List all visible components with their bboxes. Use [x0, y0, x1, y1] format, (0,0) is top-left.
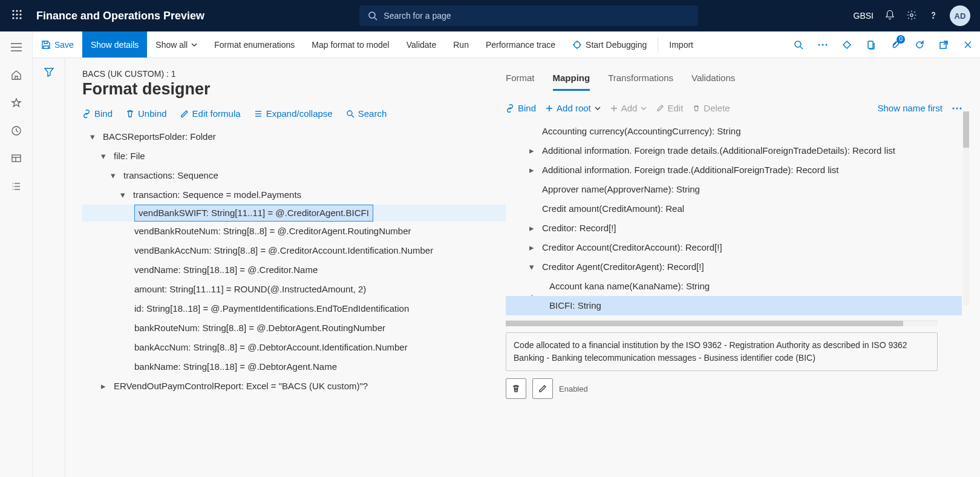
map-node[interactable]: ▸Additional information. Foreign trade d…	[506, 141, 962, 160]
tree-node[interactable]: vendBankAccNum: String[8..8] = @.Credito…	[82, 241, 506, 260]
svg-point-3	[12, 13, 14, 15]
tab-validations[interactable]: Validations	[691, 69, 735, 91]
refresh-icon[interactable]	[907, 31, 932, 58]
vertical-scrollbar[interactable]	[963, 111, 969, 305]
svg-point-14	[795, 41, 801, 47]
star-icon[interactable]	[9, 96, 24, 110]
delete-detail-button[interactable]	[506, 378, 526, 399]
home-icon[interactable]	[9, 68, 24, 82]
user-avatar[interactable]: AD	[950, 5, 970, 26]
company-selector[interactable]: GBSI	[854, 11, 874, 21]
validate-button[interactable]: Validate	[398, 31, 445, 58]
modules-icon[interactable]	[9, 179, 24, 194]
edit-formula-button[interactable]: Edit formula	[180, 108, 241, 119]
map-node[interactable]: ▾Creditor Agent(CreditorAgent): Record[!…	[506, 257, 962, 277]
add-button: Add	[610, 103, 647, 113]
start-debugging-button[interactable]: Start Debugging	[564, 31, 655, 58]
tree-node[interactable]: vendName: String[18..18] = @.Creditor.Na…	[82, 260, 506, 280]
tree-node[interactable]: bankAccNum: String[8..8] = @.DebtorAccou…	[82, 338, 506, 357]
map-node[interactable]: ▸Additional information. Foreign trade.(…	[506, 160, 962, 180]
collapse-icon[interactable]: ▾	[119, 185, 127, 205]
expand-icon[interactable]: ▸	[528, 141, 536, 160]
tree-node-selected[interactable]: vendBankSWIFT: String[11..11] = @.Credit…	[82, 205, 506, 222]
scrollbar-thumb[interactable]	[963, 111, 969, 148]
tree-node[interactable]: id: String[18..18] = @.PaymentIdentifica…	[82, 299, 506, 318]
svg-point-2	[19, 10, 21, 12]
svg-point-1	[16, 10, 18, 12]
tree-node[interactable]: amount: String[11..11] = ROUND(@.Instruc…	[82, 280, 506, 299]
right-tabs: Format Mapping Transformations Validatio…	[506, 69, 962, 91]
collapse-icon[interactable]: ▾	[88, 127, 97, 146]
tree-node[interactable]: bankRouteNum: String[8..8] = @.DebtorAge…	[82, 318, 506, 338]
trash-icon	[512, 384, 520, 393]
collapse-icon[interactable]: ▾	[99, 146, 108, 166]
save-button[interactable]: Save	[33, 31, 82, 58]
attach-icon[interactable]: 0	[883, 31, 907, 58]
map-node[interactable]: ▸Creditor: Record[!]	[506, 219, 962, 238]
action-bar: Save Show details Show all Format enumer…	[0, 31, 980, 58]
search-action-icon[interactable]	[786, 31, 811, 58]
popout-icon[interactable]	[932, 31, 956, 58]
collapse-icon[interactable]: ▾	[528, 257, 536, 277]
tree-search-button[interactable]: Search	[346, 108, 387, 119]
tree-node[interactable]: vendBankRouteNum: String[8..8] = @.Credi…	[82, 222, 506, 241]
tree-node[interactable]: ▸ERVendOutPaymControlReport: Excel = "BA…	[82, 377, 506, 396]
chevron-down-icon	[191, 42, 197, 48]
global-search[interactable]: Search for a page	[359, 5, 698, 26]
page-icon[interactable]	[859, 31, 883, 58]
import-button[interactable]: Import	[661, 31, 702, 58]
filter-icon[interactable]	[44, 67, 54, 477]
scrollbar-thumb[interactable]	[506, 321, 903, 326]
list-icon	[254, 110, 263, 118]
show-all-button[interactable]: Show all	[147, 31, 206, 58]
edit-detail-button[interactable]	[532, 378, 553, 399]
close-icon[interactable]	[956, 31, 980, 58]
detail-button-row: Enabled	[506, 378, 962, 399]
expand-collapse-button[interactable]: Expand/collapse	[254, 108, 333, 119]
diamond-icon[interactable]	[835, 31, 859, 58]
hamburger-icon[interactable]	[9, 40, 24, 54]
map-node[interactable]: Account kana name(KanaName): String	[506, 277, 962, 296]
map-node-selected[interactable]: BICFI: String	[506, 296, 962, 315]
performance-trace-button[interactable]: Performance trace	[477, 31, 564, 58]
workspace-icon[interactable]	[9, 151, 24, 166]
gear-icon[interactable]	[906, 10, 917, 22]
more-icon[interactable]	[811, 31, 835, 58]
map-bind-button[interactable]: Bind	[506, 103, 536, 113]
attach-badge: 0	[897, 35, 905, 44]
tree-node[interactable]: ▾file: File	[82, 146, 506, 166]
expand-icon[interactable]: ▸	[528, 238, 536, 257]
collapse-icon[interactable]: ▾	[109, 166, 117, 185]
show-name-first-button[interactable]: Show name first	[877, 103, 942, 113]
clock-icon[interactable]	[9, 123, 24, 138]
tree-node[interactable]: ▾transaction: Sequence = model.Payments	[82, 185, 506, 205]
tree-node[interactable]: ▾transactions: Sequence	[82, 166, 506, 185]
separator	[658, 38, 658, 51]
unbind-button[interactable]: Unbind	[126, 108, 167, 119]
bind-button[interactable]: Bind	[82, 108, 113, 119]
format-enumerations-button[interactable]: Format enumerations	[206, 31, 303, 58]
bell-icon[interactable]	[884, 10, 895, 22]
map-node[interactable]: Accounting currency(AccountingCurrency):…	[506, 122, 962, 141]
svg-point-6	[12, 17, 14, 19]
tab-transformations[interactable]: Transformations	[608, 69, 673, 91]
horizontal-scrollbar[interactable]	[506, 320, 938, 326]
map-format-button[interactable]: Map format to model	[303, 31, 397, 58]
tree-node[interactable]: ▾BACSReportsFolder: Folder	[82, 127, 506, 146]
expand-icon[interactable]: ▸	[528, 160, 536, 180]
map-node[interactable]: ▸Creditor Account(CreditorAccount): Reco…	[506, 238, 962, 257]
waffle-icon[interactable]	[5, 9, 29, 23]
run-button[interactable]: Run	[445, 31, 477, 58]
show-details-button[interactable]: Show details	[82, 31, 147, 58]
help-icon[interactable]	[928, 10, 939, 22]
map-node[interactable]: Credit amount(CreditAmount): Real	[506, 199, 962, 219]
tree-node[interactable]: bankName: String[18..18] = @.DebtorAgent…	[82, 357, 506, 377]
map-node[interactable]: Approver name(ApproverName): String	[506, 180, 962, 199]
expand-icon[interactable]: ▸	[99, 377, 108, 396]
search-icon	[368, 11, 377, 21]
tab-format[interactable]: Format	[506, 69, 535, 91]
expand-icon[interactable]: ▸	[528, 219, 536, 238]
right-more-icon[interactable]	[952, 107, 962, 110]
add-root-button[interactable]: Add root	[546, 103, 601, 113]
tab-mapping[interactable]: Mapping	[553, 69, 590, 91]
